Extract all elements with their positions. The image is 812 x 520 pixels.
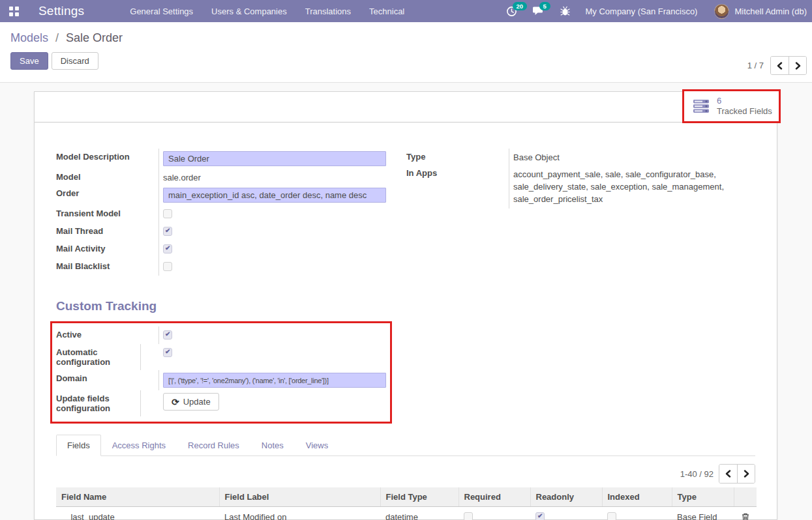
column-actions bbox=[734, 487, 757, 507]
page: Settings General Settings Users & Compan… bbox=[0, 0, 812, 520]
tab-access-rights[interactable]: Access Rights bbox=[101, 435, 177, 456]
model-label: Model bbox=[56, 169, 159, 185]
transient-model-checkbox[interactable] bbox=[163, 209, 172, 218]
menu-translations[interactable]: Translations bbox=[296, 1, 360, 22]
control-panel: Models / Sale Order Save Discard 1 / 7 bbox=[0, 22, 812, 83]
list-pager-previous-button[interactable] bbox=[719, 465, 737, 483]
active-checkbox[interactable] bbox=[163, 330, 172, 339]
app-title[interactable]: Settings bbox=[38, 4, 84, 18]
indexed-checkbox[interactable] bbox=[607, 512, 616, 520]
column-type[interactable]: Type bbox=[672, 487, 734, 507]
tracked-fields-annotation-box: 6 Tracked Fields bbox=[682, 89, 781, 123]
fields-table: Field Name Field Label Field Type Requir… bbox=[56, 487, 757, 520]
domain-label: Domain bbox=[56, 370, 159, 390]
form-pager: 1 / 7 bbox=[747, 56, 807, 75]
activity-count-badge: 20 bbox=[513, 2, 528, 10]
user-menu[interactable]: Mitchell Admin (db) bbox=[734, 7, 807, 16]
automatic-configuration-label: Automatic configuration bbox=[56, 344, 141, 370]
mail-activity-checkbox[interactable] bbox=[163, 244, 172, 253]
tracked-fields-count: 6 bbox=[717, 96, 772, 106]
update-button[interactable]: ⟳Update bbox=[163, 393, 219, 411]
mail-thread-checkbox[interactable] bbox=[163, 227, 172, 236]
form-left-group: Model Description Model sale.order Order… bbox=[56, 149, 382, 276]
form-sheet: 6 Tracked Fields Model Description Model… bbox=[34, 91, 777, 520]
cell-field-type[interactable]: datetime bbox=[380, 507, 459, 520]
tab-notes[interactable]: Notes bbox=[250, 435, 295, 456]
custom-tracking-heading: Custom Tracking bbox=[56, 299, 777, 313]
bug-icon[interactable] bbox=[560, 6, 570, 16]
activity-clock-icon[interactable]: 20 bbox=[506, 6, 517, 17]
form-pager-value: 1 / 7 bbox=[747, 61, 764, 70]
mail-blacklist-checkbox[interactable] bbox=[163, 262, 172, 271]
company-switcher[interactable]: My Company (San Francisco) bbox=[586, 7, 698, 16]
column-readonly[interactable]: Readonly bbox=[530, 487, 602, 507]
form-pager-next-button[interactable] bbox=[789, 57, 806, 74]
required-checkbox[interactable] bbox=[464, 512, 473, 520]
custom-tracking-annotation-box: Active Automatic configuration Domain Up… bbox=[50, 321, 392, 424]
model-description-label: Model Description bbox=[56, 149, 159, 169]
table-header-row: Field Name Field Label Field Type Requir… bbox=[56, 487, 757, 507]
readonly-checkbox[interactable] bbox=[535, 512, 545, 520]
list-pager-next-button[interactable] bbox=[737, 465, 755, 483]
breadcrumb: Models / Sale Order bbox=[10, 31, 802, 45]
order-label: Order bbox=[56, 185, 159, 205]
type-value: Base Object bbox=[509, 149, 765, 165]
column-required[interactable]: Required bbox=[459, 487, 530, 507]
user-avatar[interactable] bbox=[714, 4, 729, 19]
nav-menu: General Settings Users & Companies Trans… bbox=[121, 1, 414, 22]
apps-menu-icon[interactable] bbox=[9, 7, 19, 16]
systray: 20 5 My Company (San Francisco) bbox=[490, 4, 807, 19]
notebook-tabs: Fields Access Rights Record Rules Notes … bbox=[56, 435, 755, 456]
statusbar: 6 Tracked Fields bbox=[35, 92, 777, 123]
cell-field-name[interactable]: __last_update bbox=[56, 507, 219, 520]
breadcrumb-models-link[interactable]: Models bbox=[10, 31, 48, 44]
mail-thread-label: Mail Thread bbox=[56, 223, 159, 240]
breadcrumb-current: Sale Order bbox=[66, 31, 123, 44]
cell-indexed bbox=[602, 507, 672, 520]
in-apps-label: In Apps bbox=[406, 165, 509, 209]
tracked-fields-icon bbox=[693, 99, 710, 113]
cell-readonly bbox=[530, 507, 602, 520]
tab-record-rules[interactable]: Record Rules bbox=[177, 435, 250, 456]
column-field-type[interactable]: Field Type bbox=[380, 487, 459, 507]
delete-row-button[interactable] bbox=[734, 507, 757, 520]
save-button[interactable]: Save bbox=[10, 52, 48, 70]
model-value: sale.order bbox=[159, 169, 382, 185]
domain-input[interactable] bbox=[163, 373, 386, 388]
tracked-fields-stat-button[interactable]: 6 Tracked Fields bbox=[684, 91, 779, 121]
automatic-configuration-checkbox[interactable] bbox=[163, 348, 172, 357]
mail-activity-label: Mail Activity bbox=[56, 240, 159, 258]
table-row[interactable]: __last_update Last Modified on datetime … bbox=[56, 507, 757, 520]
mail-blacklist-label: Mail Blacklist bbox=[56, 258, 159, 276]
breadcrumb-separator: / bbox=[55, 31, 59, 44]
top-navbar: Settings General Settings Users & Compan… bbox=[0, 0, 812, 22]
cell-type[interactable]: Base Field bbox=[672, 507, 734, 520]
list-pager: 1-40 / 92 bbox=[56, 464, 755, 484]
model-description-input[interactable] bbox=[163, 151, 386, 166]
tracked-fields-label: Tracked Fields bbox=[717, 106, 772, 117]
type-label: Type bbox=[406, 149, 509, 165]
update-fields-configuration-label: Update fields configuration bbox=[56, 390, 141, 416]
in-apps-value: account_payment_sale, sale, sale_configu… bbox=[509, 165, 765, 209]
discard-button[interactable]: Discard bbox=[52, 52, 98, 70]
menu-general-settings[interactable]: General Settings bbox=[121, 1, 202, 22]
custom-tracking-group: Active Automatic configuration Domain Up… bbox=[56, 326, 390, 416]
messages-icon[interactable]: 5 bbox=[533, 6, 545, 16]
form-right-group: Type Base Object In Apps account_payment… bbox=[406, 149, 757, 276]
refresh-icon: ⟳ bbox=[172, 397, 179, 407]
form-pager-previous-button[interactable] bbox=[771, 57, 789, 74]
message-count-badge: 5 bbox=[539, 2, 550, 10]
column-indexed[interactable]: Indexed bbox=[602, 487, 672, 507]
list-pager-value: 1-40 / 92 bbox=[680, 469, 714, 479]
order-input[interactable] bbox=[163, 188, 386, 203]
column-field-label[interactable]: Field Label bbox=[219, 487, 380, 507]
column-field-name[interactable]: Field Name bbox=[56, 487, 219, 507]
cell-required bbox=[459, 507, 530, 520]
tab-views[interactable]: Views bbox=[295, 435, 339, 456]
trash-icon bbox=[742, 513, 749, 520]
form-main-groups: Model Description Model sale.order Order… bbox=[35, 123, 777, 276]
menu-users-companies[interactable]: Users & Companies bbox=[202, 1, 296, 22]
menu-technical[interactable]: Technical bbox=[360, 1, 414, 22]
cell-field-label[interactable]: Last Modified on bbox=[219, 507, 380, 520]
tab-fields[interactable]: Fields bbox=[56, 435, 101, 456]
